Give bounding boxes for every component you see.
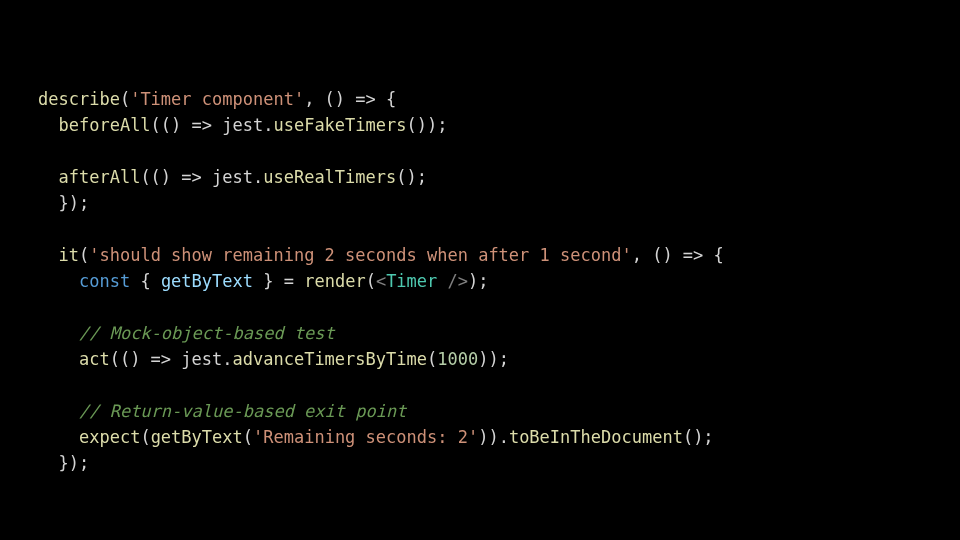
- token-string: 'Remaining seconds: 2': [253, 427, 478, 447]
- token-function: act: [79, 349, 110, 369]
- token-punct: (: [366, 271, 376, 291]
- token-jsx-bracket: <: [376, 271, 386, 291]
- token-function: useRealTimers: [263, 167, 396, 187]
- code-line: // Return-value-based exit point: [38, 401, 406, 421]
- indent: [38, 271, 79, 291]
- token-string: 'Timer component': [130, 89, 304, 109]
- token-function: toBeInTheDocument: [509, 427, 683, 447]
- code-line: afterAll(() => jest.useRealTimers();: [38, 167, 427, 187]
- code-line: });: [38, 193, 89, 213]
- token-keyword: const: [79, 271, 130, 291]
- token-jsx-bracket: />: [437, 271, 468, 291]
- code-line: expect(getByText('Remaining seconds: 2')…: [38, 427, 714, 447]
- indent: [38, 115, 58, 135]
- token-function: it: [58, 245, 78, 265]
- token-punct: (: [243, 427, 253, 447]
- token-punct: (: [79, 245, 89, 265]
- token-function: afterAll: [58, 167, 140, 187]
- code-line: });: [38, 453, 89, 473]
- token-punct: (: [427, 349, 437, 369]
- token-punct: ();: [396, 167, 427, 187]
- token-punct: =: [273, 271, 304, 291]
- code-line: it('should show remaining 2 seconds when…: [38, 245, 724, 265]
- code-line: beforeAll(() => jest.useFakeTimers());: [38, 115, 447, 135]
- token-function: describe: [38, 89, 120, 109]
- token-function: beforeAll: [58, 115, 150, 135]
- token-type: Timer: [386, 271, 437, 291]
- token-punct: )).: [478, 427, 509, 447]
- token-punct: }: [253, 271, 273, 291]
- token-string: 'should show remaining 2 seconds when af…: [89, 245, 631, 265]
- token-comment: // Return-value-based exit point: [79, 401, 407, 421]
- token-variable: getByText: [161, 271, 253, 291]
- code-line: const { getByText } = render(<Timer />);: [38, 271, 489, 291]
- token-function: advanceTimersByTime: [233, 349, 427, 369]
- indent: [38, 245, 58, 265]
- token-punct: (: [120, 89, 130, 109]
- token-function: expect: [79, 427, 140, 447]
- token-function: getByText: [151, 427, 243, 447]
- code-line: // Mock-object-based test: [38, 323, 335, 343]
- code-line: act(() => jest.advanceTimersByTime(1000)…: [38, 349, 509, 369]
- token-punct: {: [140, 271, 160, 291]
- token-punct: (: [140, 427, 150, 447]
- indent: [38, 427, 79, 447]
- token-punct: , () => {: [632, 245, 724, 265]
- token-comment: // Mock-object-based test: [79, 323, 335, 343]
- token-punct: );: [468, 271, 488, 291]
- code-line: describe('Timer component', () => {: [38, 89, 396, 109]
- token-punct: ));: [478, 349, 509, 369]
- token-function: render: [304, 271, 365, 291]
- token-punct: (() => jest.: [151, 115, 274, 135]
- token-punct: ();: [683, 427, 714, 447]
- token-punct: , () => {: [304, 89, 396, 109]
- token-punct: });: [58, 453, 89, 473]
- indent: [38, 453, 58, 473]
- token-space: [130, 271, 140, 291]
- indent: [38, 401, 79, 421]
- token-punct: (() => jest.: [140, 167, 263, 187]
- indent: [38, 193, 58, 213]
- token-punct: });: [58, 193, 89, 213]
- indent: [38, 349, 79, 369]
- code-block: describe('Timer component', () => { befo…: [0, 0, 960, 476]
- indent: [38, 323, 79, 343]
- token-punct: ());: [407, 115, 448, 135]
- token-punct: (() => jest.: [110, 349, 233, 369]
- indent: [38, 167, 58, 187]
- token-number: 1000: [437, 349, 478, 369]
- token-function: useFakeTimers: [273, 115, 406, 135]
